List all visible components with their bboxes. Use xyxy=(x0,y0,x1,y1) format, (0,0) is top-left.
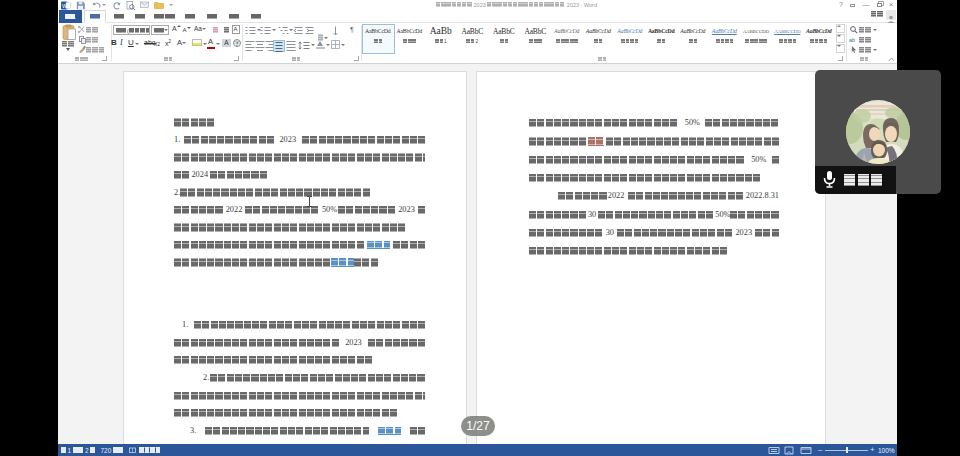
svg-text:W: W xyxy=(62,2,68,8)
